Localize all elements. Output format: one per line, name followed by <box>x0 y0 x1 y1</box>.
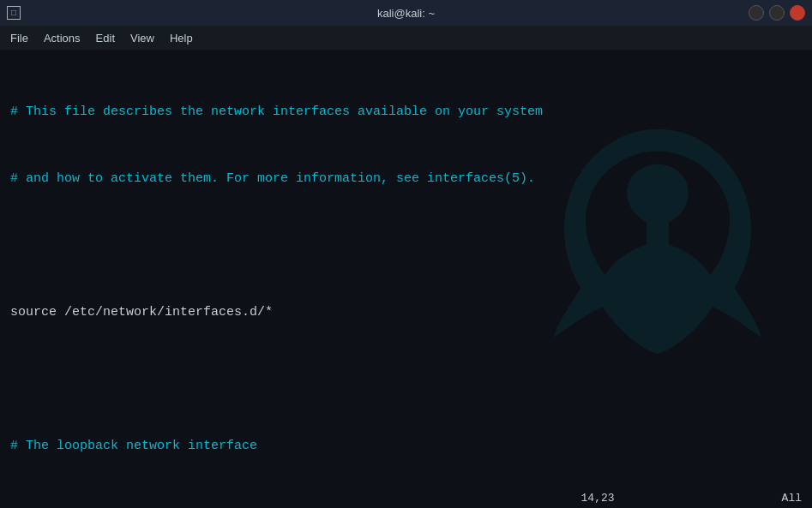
status-spacer <box>615 492 782 505</box>
minimize-button[interactable] <box>749 5 764 21</box>
line-6: # The loopback network interface <box>10 435 802 457</box>
menu-bar: File Actions Edit View Help <box>0 26 812 50</box>
menu-file[interactable]: File <box>3 30 35 46</box>
line-4: source /etc/network/interfaces.d/* <box>10 302 802 324</box>
menu-view[interactable]: View <box>123 30 161 46</box>
close-button[interactable] <box>790 5 805 21</box>
line-5 <box>10 368 802 391</box>
comment-line-2: # and how to activate them. For more inf… <box>10 171 535 186</box>
blank-line-1 <box>10 238 18 253</box>
blank-line-2 <box>10 372 18 386</box>
source-line: source /etc/network/interfaces.d/* <box>10 305 273 320</box>
comment-line-1: # This file describes the network interf… <box>10 105 543 119</box>
menu-help[interactable]: Help <box>163 30 200 46</box>
window-title: kali@kali: ~ <box>377 7 435 20</box>
menu-actions[interactable]: Actions <box>37 30 87 46</box>
comment-loopback: # The loopback network interface <box>10 439 257 453</box>
terminal-window: □ kali@kali: ~ File Actions Edit View He… <box>0 0 812 508</box>
menu-edit[interactable]: Edit <box>89 30 122 46</box>
line-1: # This file describes the network interf… <box>10 101 802 123</box>
line-2: # and how to activate them. For more inf… <box>10 168 802 190</box>
cursor-position: 14,23 <box>581 492 615 505</box>
status-bar: 14,23 All <box>0 487 812 508</box>
view-mode: All <box>782 492 802 505</box>
window-icon: □ <box>7 6 21 20</box>
line-3 <box>10 235 802 257</box>
maximize-button[interactable] <box>769 5 785 21</box>
window-controls[interactable] <box>749 5 805 21</box>
editor-content[interactable]: # This file describes the network interf… <box>10 57 802 487</box>
title-bar-left: □ <box>7 6 21 20</box>
title-bar: □ kali@kali: ~ <box>0 0 812 26</box>
editor-area[interactable]: # This file describes the network interf… <box>0 50 812 487</box>
window-icon-symbol: □ <box>11 9 16 18</box>
